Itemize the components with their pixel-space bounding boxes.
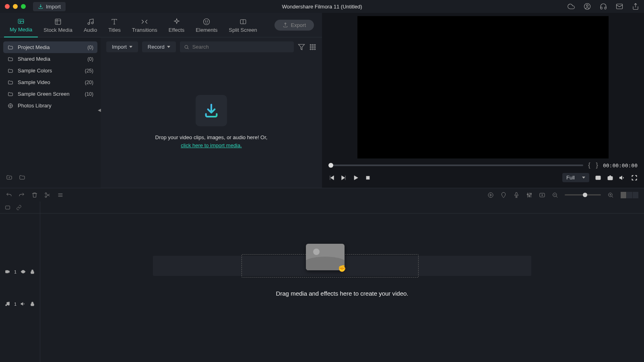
import-dropdown[interactable]: Import xyxy=(106,41,138,52)
svg-rect-59 xyxy=(31,304,34,306)
redo-button[interactable] xyxy=(19,192,25,198)
zoom-in-button[interactable] xyxy=(607,192,614,198)
sidebar-item-shared-media[interactable]: Shared Media (0) xyxy=(3,53,97,65)
tab-transitions[interactable]: Transitions xyxy=(126,16,163,37)
sidebar-item-sample-colors[interactable]: Sample Colors (25) xyxy=(3,65,97,76)
stock-media-icon xyxy=(54,18,62,25)
export-icon xyxy=(283,22,288,28)
lock-icon[interactable] xyxy=(30,301,35,306)
search-icon xyxy=(184,44,189,50)
grid-view-icon[interactable] xyxy=(309,43,316,51)
undo-button[interactable] xyxy=(6,192,12,198)
svg-rect-27 xyxy=(596,176,601,179)
zoom-out-button[interactable] xyxy=(552,192,558,198)
sidebar-count: (25) xyxy=(85,68,93,74)
marker-icon[interactable] xyxy=(500,192,507,198)
mark-in-button[interactable]: { xyxy=(587,162,591,169)
delete-button[interactable] xyxy=(31,192,38,198)
search-input[interactable] xyxy=(192,44,290,50)
tab-elements[interactable]: Elements xyxy=(190,16,223,37)
tab-titles[interactable]: Titles xyxy=(103,16,126,37)
video-preview[interactable] xyxy=(357,16,609,158)
edit-tools-icon[interactable] xyxy=(57,192,64,198)
new-folder-icon[interactable] xyxy=(19,174,26,181)
zoom-thumb[interactable] xyxy=(583,193,587,197)
svg-point-25 xyxy=(314,48,316,49)
tab-split-screen[interactable]: Split Screen xyxy=(223,16,263,37)
timeline-options-icon[interactable] xyxy=(5,205,10,210)
search-box[interactable] xyxy=(180,41,294,52)
svg-point-55 xyxy=(23,271,24,272)
add-folder-icon[interactable] xyxy=(6,174,13,181)
titlebar-import-button[interactable]: Import xyxy=(33,2,66,11)
lock-icon[interactable] xyxy=(30,269,35,274)
sidebar-count: (0) xyxy=(87,45,93,50)
account-icon[interactable] xyxy=(584,3,591,10)
sidebar-item-sample-video[interactable]: Sample Video (20) xyxy=(3,76,97,88)
prev-frame-button[interactable] xyxy=(328,175,335,181)
tab-audio[interactable]: Audio xyxy=(78,16,103,37)
share-icon[interactable] xyxy=(632,3,639,10)
volume-icon[interactable] xyxy=(619,175,625,181)
snapshot-icon[interactable] xyxy=(607,175,613,181)
link-tracks-icon[interactable] xyxy=(16,205,22,210)
cloud-icon[interactable] xyxy=(568,3,575,10)
play-button[interactable] xyxy=(353,175,359,181)
timeline-view-toggle[interactable] xyxy=(620,192,638,198)
collapse-sidebar-button[interactable]: ◀ xyxy=(98,108,101,112)
preview-quality-select[interactable]: Full xyxy=(562,173,589,182)
track-headers: 1 1 xyxy=(0,202,40,362)
video-track-lane[interactable]: ✊ xyxy=(40,256,644,276)
transitions-icon xyxy=(140,18,149,25)
export-button[interactable]: Export xyxy=(275,20,314,31)
sidebar-item-sample-green-screen[interactable]: Sample Green Screen (10) xyxy=(3,88,97,100)
render-preview-icon[interactable] xyxy=(595,175,601,181)
timeline-toolbar xyxy=(0,188,644,202)
tab-my-media[interactable]: My Media xyxy=(4,16,38,37)
timeline-ruler[interactable] xyxy=(40,202,644,214)
close-window-button[interactable] xyxy=(5,4,10,9)
svg-rect-53 xyxy=(6,206,10,209)
svg-point-14 xyxy=(10,105,11,107)
tab-effects[interactable]: Effects xyxy=(163,16,190,37)
mark-out-button[interactable]: } xyxy=(595,162,599,169)
zoom-slider[interactable] xyxy=(565,194,601,195)
add-marker-icon[interactable] xyxy=(539,192,545,198)
mute-icon[interactable] xyxy=(21,301,26,306)
folder-icon xyxy=(7,68,14,74)
stop-button[interactable] xyxy=(365,175,371,181)
drop-text: Drop your video clips, images, or audio … xyxy=(155,134,268,149)
svg-point-18 xyxy=(312,44,314,45)
visibility-icon[interactable] xyxy=(21,269,26,274)
mail-icon[interactable] xyxy=(616,3,623,10)
split-button[interactable] xyxy=(44,192,51,198)
preview-scrubber[interactable] xyxy=(328,165,583,166)
filter-icon[interactable] xyxy=(298,43,305,51)
record-dropdown-label: Record xyxy=(148,44,165,50)
minimize-window-button[interactable] xyxy=(13,4,18,9)
svg-rect-56 xyxy=(31,272,34,274)
maximize-window-button[interactable] xyxy=(21,4,26,9)
sidebar-item-photos-library[interactable]: Photos Library xyxy=(3,100,97,111)
drop-icon-box xyxy=(196,95,227,126)
svg-rect-54 xyxy=(6,270,9,273)
tab-stock-media[interactable]: Stock Media xyxy=(38,16,78,37)
audio-track-header[interactable]: 1 xyxy=(0,288,40,320)
audio-mixer-icon[interactable] xyxy=(526,192,533,198)
render-icon[interactable] xyxy=(487,192,494,198)
scrubber-thumb[interactable] xyxy=(328,163,333,168)
voiceover-icon[interactable] xyxy=(513,192,520,198)
sidebar-label: Sample Video xyxy=(18,79,50,85)
headphones-icon[interactable] xyxy=(600,3,607,10)
sidebar-count: (0) xyxy=(87,56,93,62)
import-media-link[interactable]: click here to import media. xyxy=(181,142,242,148)
drop-line1: Drop your video clips, images, or audio … xyxy=(155,134,268,140)
svg-line-50 xyxy=(612,196,613,197)
record-dropdown[interactable]: Record xyxy=(142,41,176,52)
next-frame-button[interactable] xyxy=(341,175,347,181)
video-track-header[interactable]: 1 xyxy=(0,256,40,288)
sidebar-item-project-media[interactable]: Project Media (0) xyxy=(3,41,97,53)
media-drop-area[interactable]: Drop your video clips, images, or audio … xyxy=(101,56,322,188)
timeline-tracks[interactable]: ✊ Drag media and effects here to create … xyxy=(40,202,644,362)
fullscreen-icon[interactable] xyxy=(631,175,638,181)
